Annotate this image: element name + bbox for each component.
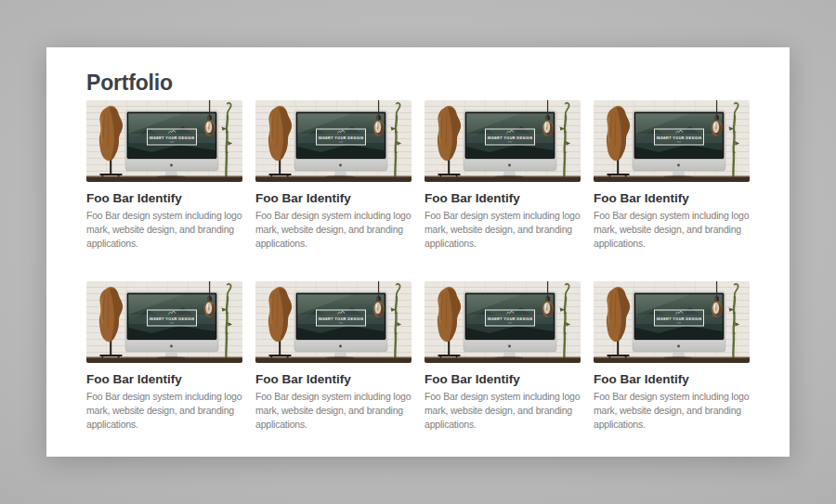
screen-placeholder-box: INSERT YOUR DESIGN — [655, 129, 704, 145]
screen-placeholder-text: INSERT YOUR DESIGN — [319, 136, 364, 140]
portfolio-card[interactable]: INSERT YOUR DESIGN — [86, 281, 242, 432]
portfolio-card[interactable]: INSERT YOUR DESIGN — [594, 281, 750, 432]
imac-stand — [503, 171, 516, 176]
screen-placeholder-box: INSERT YOUR DESIGN — [148, 129, 197, 145]
portfolio-item-description: Foo Bar design system including logo mar… — [86, 209, 242, 251]
screen-placeholder-text: INSERT YOUR DESIGN — [657, 136, 702, 140]
imac-screen: INSERT YOUR DESIGN — [635, 113, 723, 157]
bamboo-plant-icon — [560, 103, 571, 178]
driftwood-sculpture-icon — [607, 287, 630, 358]
screen-placeholder-text: INSERT YOUR DESIGN — [488, 136, 533, 140]
driftwood-sculpture-icon — [438, 287, 461, 358]
portfolio-item-description: Foo Bar design system including logo mar… — [594, 390, 750, 432]
portfolio-item-description: Foo Bar design system including logo mar… — [594, 209, 750, 251]
apple-logo-icon — [339, 345, 342, 348]
screen-placeholder-box: INSERT YOUR DESIGN — [317, 129, 366, 145]
portfolio-item-description: Foo Bar design system including logo mar… — [425, 209, 581, 251]
imac-stand — [165, 171, 177, 176]
imac-screen: INSERT YOUR DESIGN — [635, 294, 723, 338]
imac-desk-photo: INSERT YOUR DESIGN — [425, 281, 581, 363]
portfolio-thumbnail[interactable]: INSERT YOUR DESIGN — [86, 100, 242, 182]
imac-desk-photo: INSERT YOUR DESIGN — [594, 281, 750, 363]
screen-placeholder-text: INSERT YOUR DESIGN — [657, 317, 702, 321]
portfolio-grid: INSERT YOUR DESIGN — [86, 100, 750, 432]
apple-logo-icon — [508, 164, 511, 167]
bamboo-plant-icon — [391, 284, 402, 359]
bamboo-plant-icon — [222, 284, 233, 359]
imac-screen: INSERT YOUR DESIGN — [297, 113, 385, 157]
portfolio-item-title[interactable]: Foo Bar Identify — [86, 190, 242, 206]
imac-stand — [673, 171, 685, 176]
desk-shelf — [255, 175, 411, 182]
screen-placeholder-box: INSERT YOUR DESIGN — [486, 129, 535, 145]
portfolio-item-title[interactable]: Foo Bar Identify — [594, 371, 750, 387]
portfolio-item-title[interactable]: Foo Bar Identify — [594, 190, 750, 206]
driftwood-sculpture-icon — [99, 106, 123, 177]
portfolio-item-description: Foo Bar design system including logo mar… — [86, 390, 242, 432]
imac-computer: INSERT YOUR DESIGN — [633, 110, 725, 176]
bamboo-plant-icon — [391, 103, 402, 178]
screen-placeholder-text: INSERT YOUR DESIGN — [319, 317, 364, 321]
apple-logo-icon — [508, 345, 511, 348]
imac-computer: INSERT YOUR DESIGN — [294, 291, 387, 357]
imac-stand — [673, 352, 685, 357]
imac-desk-photo: INSERT YOUR DESIGN — [255, 100, 411, 182]
portfolio-item-description: Foo Bar design system including logo mar… — [255, 209, 411, 251]
portfolio-card[interactable]: INSERT YOUR DESIGN — [255, 281, 411, 432]
apple-logo-icon — [339, 164, 342, 167]
screen-placeholder-text: INSERT YOUR DESIGN — [488, 317, 533, 321]
portfolio-item-title[interactable]: Foo Bar Identify — [255, 190, 411, 206]
portfolio-item-title[interactable]: Foo Bar Identify — [255, 371, 411, 387]
desk-shelf — [425, 175, 581, 182]
screen-placeholder-text: INSERT YOUR DESIGN — [150, 136, 195, 140]
portfolio-panel: Portfolio — [46, 47, 790, 457]
screen-placeholder-box: INSERT YOUR DESIGN — [655, 310, 704, 326]
imac-desk-photo: INSERT YOUR DESIGN — [86, 281, 242, 363]
imac-screen: INSERT YOUR DESIGN — [128, 113, 216, 157]
imac-computer: INSERT YOUR DESIGN — [125, 110, 218, 176]
desk-shelf — [255, 356, 411, 363]
imac-stand — [334, 171, 346, 176]
imac-desk-photo: INSERT YOUR DESIGN — [425, 100, 581, 182]
imac-stand — [165, 352, 177, 357]
driftwood-sculpture-icon — [607, 106, 630, 177]
portfolio-thumbnail[interactable]: INSERT YOUR DESIGN — [255, 100, 411, 182]
desk-shelf — [594, 175, 750, 182]
portfolio-card[interactable]: INSERT YOUR DESIGN — [86, 100, 242, 251]
portfolio-thumbnail[interactable]: INSERT YOUR DESIGN — [594, 100, 750, 182]
screen-placeholder-box: INSERT YOUR DESIGN — [317, 310, 366, 326]
apple-logo-icon — [170, 345, 173, 348]
portfolio-card[interactable]: INSERT YOUR DESIGN — [594, 100, 750, 251]
portfolio-thumbnail[interactable]: INSERT YOUR DESIGN — [425, 100, 581, 182]
portfolio-card[interactable]: INSERT YOUR DESIGN — [425, 281, 581, 432]
imac-computer: INSERT YOUR DESIGN — [125, 291, 218, 357]
imac-screen: INSERT YOUR DESIGN — [466, 294, 554, 338]
imac-computer: INSERT YOUR DESIGN — [464, 291, 556, 357]
portfolio-card[interactable]: INSERT YOUR DESIGN — [255, 100, 411, 251]
screen-placeholder-text: INSERT YOUR DESIGN — [150, 317, 195, 321]
portfolio-thumbnail[interactable]: INSERT YOUR DESIGN — [594, 281, 750, 363]
portfolio-thumbnail[interactable]: INSERT YOUR DESIGN — [86, 281, 242, 363]
bamboo-plant-icon — [729, 284, 740, 359]
portfolio-item-title[interactable]: Foo Bar Identify — [86, 371, 242, 387]
imac-computer: INSERT YOUR DESIGN — [464, 110, 556, 176]
portfolio-item-description: Foo Bar design system including logo mar… — [255, 390, 411, 432]
apple-logo-icon — [677, 164, 680, 167]
driftwood-sculpture-icon — [438, 106, 461, 177]
portfolio-item-title[interactable]: Foo Bar Identify — [425, 190, 581, 206]
apple-logo-icon — [677, 345, 680, 348]
portfolio-item-title[interactable]: Foo Bar Identify — [425, 371, 581, 387]
driftwood-sculpture-icon — [268, 287, 292, 358]
bamboo-plant-icon — [560, 284, 571, 359]
driftwood-sculpture-icon — [268, 106, 292, 177]
desk-shelf — [86, 175, 242, 182]
desk-shelf — [425, 356, 581, 363]
desk-shelf — [594, 356, 750, 363]
bamboo-plant-icon — [729, 103, 740, 178]
bamboo-plant-icon — [222, 103, 233, 178]
desk-shelf — [86, 356, 242, 363]
portfolio-thumbnail[interactable]: INSERT YOUR DESIGN — [255, 281, 411, 363]
portfolio-thumbnail[interactable]: INSERT YOUR DESIGN — [425, 281, 581, 363]
portfolio-item-description: Foo Bar design system including logo mar… — [425, 390, 581, 432]
portfolio-card[interactable]: INSERT YOUR DESIGN — [425, 100, 581, 251]
